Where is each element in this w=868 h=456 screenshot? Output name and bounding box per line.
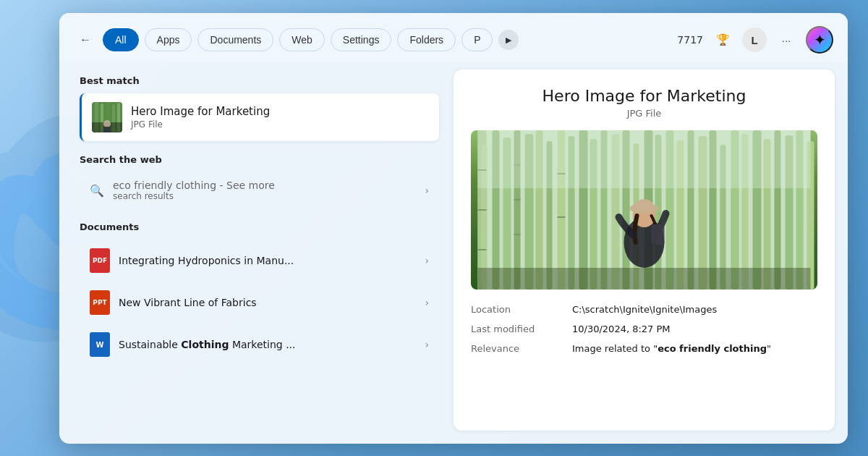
search-web-item[interactable]: 🔍 eco friendly clothing - See more searc… [80,172,439,208]
back-button[interactable]: ← [74,28,97,51]
play-button[interactable]: ▶ [498,30,519,50]
svg-point-7 [103,120,111,127]
doc-item-3[interactable]: W Sustainable Clothing Marketing ... › [80,324,439,366]
thumb-bamboo [92,102,122,132]
search-suffix: - See more [216,180,275,191]
filter-web[interactable]: Web [279,28,325,51]
filter-folders[interactable]: Folders [397,28,456,51]
chevron-right-icon-3: › [425,339,429,350]
doc-item-2[interactable]: PPT New Vibrant Line of Fabrics › [80,282,439,324]
copilot-icon: ✦ [814,31,826,48]
file-thumbnail [92,102,122,132]
svg-rect-8 [103,127,111,132]
filter-p[interactable]: P [461,28,493,51]
filter-apps[interactable]: Apps [145,28,192,51]
meta-value-relevance: Image related to "eco friendly clothing" [572,343,817,354]
meta-label-location: Location [471,304,572,315]
score-badge: 7717 [677,34,703,46]
search-web-main: eco friendly clothing - See more [113,180,416,191]
best-match-item[interactable]: Hero Image for Marketing JPG File [80,93,439,141]
right-panel: Hero Image for Marketing JPG File [454,69,835,431]
best-match-title: Best match [80,75,439,86]
detail-image [471,130,817,290]
detail-subtitle: JPG File [471,108,817,119]
meta-value-location: C:\scratch\Ignite\Ignite\Images [572,304,817,315]
copilot-button[interactable]: ✦ [806,26,833,54]
detail-title: Hero Image for Marketing [471,87,817,105]
search-web-sub: search results [113,191,416,201]
trophy-button[interactable]: 🏆 [710,28,735,52]
detail-meta: Location C:\scratch\Ignite\Ignite\Images… [471,304,817,354]
search-web-text: eco friendly clothing - See more search … [113,180,416,201]
trophy-icon: 🏆 [716,33,730,46]
play-icon: ▶ [506,35,511,45]
doc-name-3: Sustainable Clothing Marketing ... [119,339,416,350]
best-match-name: Hero Image for Marketing [131,105,429,118]
topbar-right: 7717 🏆 L ··· ✦ [677,26,833,54]
svg-rect-51 [478,268,811,290]
chevron-right-icon-2: › [425,297,429,308]
chevron-right-icon-1: › [425,255,429,266]
user-avatar[interactable]: L [742,28,767,52]
search-web-title: Search the web [80,154,439,165]
meta-label-modified: Last modified [471,324,572,334]
doc-name-2: New Vibrant Line of Fabrics [119,297,416,308]
pdf-icon: PDF [90,248,110,273]
left-panel: Best match [59,62,454,444]
topbar: ← All Apps Documents Web Settings Folder… [59,13,848,62]
chevron-right-icon: › [425,185,429,196]
filter-all[interactable]: All [103,28,139,51]
main-content: Best match [59,62,848,444]
doc-item-1[interactable]: PDF Integrating Hydroponics in Manu... › [80,240,439,282]
more-button[interactable]: ··· [774,28,799,52]
doc-name-1: Integrating Hydroponics in Manu... [119,255,416,266]
search-icon: 🔍 [90,184,104,198]
meta-value-modified: 10/30/2024, 8:27 PM [572,324,817,334]
filter-documents[interactable]: Documents [197,28,273,51]
best-match-info: Hero Image for Marketing JPG File [131,105,429,130]
word-icon: W [90,332,110,357]
svg-point-55 [635,199,654,214]
svg-rect-56 [652,224,665,245]
meta-label-relevance: Relevance [471,343,572,354]
search-query: eco friendly clothing [113,180,216,191]
ppt-icon: PPT [90,290,110,315]
filter-settings[interactable]: Settings [331,28,392,51]
back-icon: ← [80,33,91,46]
best-match-type: JPG File [131,119,429,130]
search-window: ← All Apps Documents Web Settings Folder… [59,13,848,444]
more-icon: ··· [782,34,791,46]
bamboo-svg [471,130,817,290]
svg-rect-50 [478,130,811,188]
documents-title: Documents [80,221,439,232]
